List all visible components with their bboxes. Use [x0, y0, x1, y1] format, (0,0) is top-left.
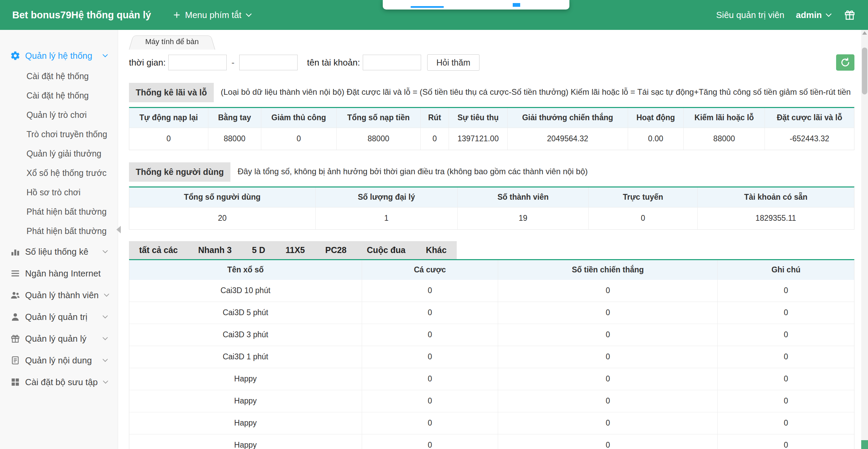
- chevron-down-icon: [102, 380, 109, 384]
- chevron-down-icon: [825, 13, 832, 17]
- sidebar-item-collection-settings[interactable]: Cài đặt bộ sưu tập: [0, 371, 118, 393]
- cell-winning-amount: 0: [498, 346, 718, 368]
- grid-icon: [10, 377, 20, 387]
- sidebar-item-statistics[interactable]: Số liệu thống kê: [0, 241, 118, 263]
- query-button[interactable]: Hỏi thăm: [427, 54, 479, 71]
- game-table-body: Cai3D 10 phút 0 0 0 Cai3D 5 phút 0 0 0 C…: [129, 280, 854, 449]
- profit-table-header-cell: Đặt cược lãi và lỗ: [765, 108, 854, 128]
- sidebar-item-system-management[interactable]: Quản lý hệ thống: [0, 45, 118, 67]
- account-name-input[interactable]: [363, 55, 421, 70]
- profit-section-note: (Loại bỏ dữ liệu thành viên nội bộ) Đặt …: [221, 87, 851, 96]
- sidebar-subitem[interactable]: Phát hiện bất thường: [0, 221, 118, 241]
- user-table-value-cell: 1829355.11: [698, 208, 854, 229]
- scroll-up-arrow-icon[interactable]: [862, 31, 867, 35]
- game-table-row: Happy 0 0 0: [129, 434, 854, 449]
- shortcut-menu-label: Menu phím tắt: [185, 10, 241, 20]
- topbar-right: Siêu quản trị viên admin: [716, 9, 856, 21]
- chevron-down-icon: [102, 337, 108, 341]
- sidebar-subitem[interactable]: Phát hiện bất thường: [0, 202, 118, 221]
- cell-lottery-name: Happy: [129, 434, 362, 449]
- profit-table-value-cell: 88000: [208, 128, 261, 150]
- role-label: Siêu quản trị viên: [716, 10, 785, 20]
- sidebar-collapse-handle[interactable]: [115, 217, 122, 242]
- cell-bets: 0: [362, 412, 498, 434]
- sidebar-subitem[interactable]: Cài đặt hệ thống: [0, 86, 118, 105]
- users-icon: [10, 290, 20, 300]
- plus-icon: [173, 11, 181, 19]
- refresh-button[interactable]: [836, 54, 854, 71]
- cell-lottery-name: Happy: [129, 390, 362, 412]
- cell-note: 0: [718, 346, 854, 368]
- cell-winning-amount: 0: [498, 434, 718, 449]
- profit-table-header-cell: Bằng tay: [208, 108, 261, 128]
- sidebar-item-admin-management[interactable]: Quản lý quản trị: [0, 306, 118, 328]
- shortcut-menu-button[interactable]: Menu phím tắt: [173, 10, 252, 20]
- game-tab[interactable]: PC28: [315, 241, 357, 259]
- sidebar-subitem[interactable]: Hồ sơ trò chơi: [0, 183, 118, 202]
- time-to-input[interactable]: [239, 55, 298, 70]
- cell-note: 0: [718, 324, 854, 346]
- user-table-header-cell: Số lượng đại lý: [316, 187, 458, 207]
- game-table-row: Cai3D 10 phút 0 0 0: [129, 280, 854, 302]
- main-layout: Quản lý hệ thống Cài đặt hệ thốngCài đặt…: [0, 30, 868, 449]
- sidebar-subitem[interactable]: Trò chơi truyền thống: [0, 125, 118, 144]
- dialog-tab-underline: [411, 6, 444, 8]
- user-icon: [10, 312, 20, 322]
- cell-bets: 0: [362, 302, 498, 324]
- chevron-down-icon: [102, 54, 108, 58]
- cell-note: 0: [718, 302, 854, 324]
- chevron-left-icon: [116, 226, 121, 233]
- user-menu[interactable]: admin: [796, 10, 832, 20]
- chevron-down-icon: [245, 13, 252, 17]
- profit-table-value-cell: 1397121.00: [449, 128, 508, 150]
- user-table-header-row: Tổng số người dùngSố lượng đại lýSố thàn…: [129, 187, 854, 207]
- scrollbar-bottom-button[interactable]: [861, 440, 868, 449]
- sidebar-item-label: Quản lý hệ thống: [25, 51, 92, 61]
- profit-table-value-cell: 88000: [684, 128, 765, 150]
- sidebar-item-content-management[interactable]: Quản lý nội dung: [0, 349, 118, 371]
- sidebar-item-internet-banking[interactable]: Ngân hàng Internet: [0, 263, 118, 284]
- gift-button[interactable]: [844, 9, 856, 21]
- vertical-scrollbar[interactable]: [861, 30, 868, 449]
- sidebar-subitem[interactable]: Quản lý trò chơi: [0, 105, 118, 125]
- tab-desktop[interactable]: Máy tính để bàn: [129, 34, 215, 50]
- gear-icon: [10, 51, 20, 61]
- game-tab[interactable]: Cuộc đua: [357, 241, 416, 259]
- game-tab[interactable]: 5 D: [242, 241, 276, 259]
- profit-table-value-cell: 0: [261, 128, 337, 150]
- sidebar-subitem[interactable]: Quản lý giải thưởng: [0, 144, 118, 163]
- time-from-input[interactable]: [168, 55, 227, 70]
- sidebar-item-label: Quản lý quản lý: [25, 334, 87, 344]
- cell-note: 0: [718, 434, 854, 449]
- profit-table-value-cell: 0: [129, 128, 208, 150]
- main-content: Máy tính để bàn thời gian: - tên tài kho…: [118, 30, 868, 449]
- sidebar-item-label: Cài đặt bộ sưu tập: [25, 377, 98, 388]
- game-table-header-cell: Tên xổ số: [129, 260, 362, 280]
- scrollbar-thumb[interactable]: [862, 48, 867, 94]
- floating-dialog: [383, 0, 569, 10]
- game-tabs-wrap: tất cả các Nhanh 35 D11X5PC28Cuộc đuaKhá…: [129, 230, 854, 259]
- cell-lottery-name: Happy: [129, 368, 362, 390]
- game-table-row: Cai3D 1 phút 0 0 0: [129, 346, 854, 368]
- game-tab-all[interactable]: tất cả các: [129, 241, 188, 259]
- profit-table-value-cell: -652443.32: [765, 128, 854, 150]
- profit-table-header-cell: Tự động nạp lại: [129, 108, 208, 128]
- game-tab[interactable]: Khác: [416, 241, 457, 259]
- game-table-row: Cai3D 3 phút 0 0 0: [129, 324, 854, 346]
- sidebar-item-manager-management[interactable]: Quản lý quản lý: [0, 328, 118, 349]
- user-table-header-cell: Tổng số người dùng: [129, 187, 316, 207]
- cell-bets: 0: [362, 434, 498, 449]
- user-table: Tổng số người dùngSố lượng đại lýSố thàn…: [129, 186, 854, 230]
- document-icon: [10, 355, 20, 365]
- game-table-row: Cai3D 5 phút 0 0 0: [129, 302, 854, 324]
- game-tab[interactable]: Nhanh 3: [188, 241, 242, 259]
- cell-bets: 0: [362, 390, 498, 412]
- user-table-value-cell: 19: [458, 208, 589, 229]
- sidebar-item-label: Ngân hàng Internet: [25, 268, 101, 279]
- sidebar-subitem[interactable]: Cài đặt hệ thống: [0, 67, 118, 86]
- cell-winning-amount: 0: [498, 302, 718, 324]
- game-tab[interactable]: 11X5: [276, 241, 315, 259]
- game-table-header-cell: Cá cược: [362, 260, 498, 280]
- sidebar-subitem[interactable]: Xổ số hệ thống trước: [0, 163, 118, 183]
- sidebar-item-member-management[interactable]: Quản lý thành viên: [0, 284, 118, 306]
